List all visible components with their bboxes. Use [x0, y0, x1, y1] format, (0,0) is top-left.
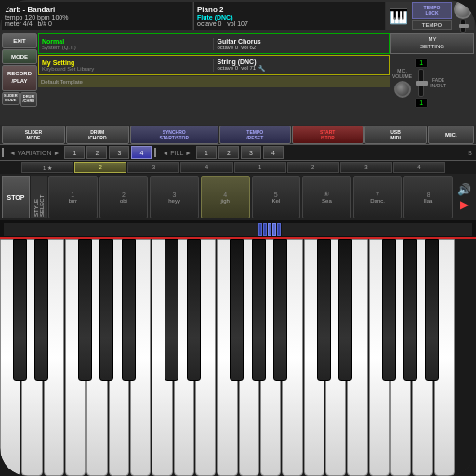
fill-btn-2[interactable]: 2 — [218, 146, 239, 159]
black-key[interactable] — [78, 239, 92, 381]
volume-area: 🔊 ▶ — [454, 176, 474, 218]
num-btn-6[interactable]: 2 — [287, 162, 339, 173]
highlight-1 — [258, 223, 262, 236]
num-btn-4[interactable]: 4 — [180, 162, 232, 173]
song-info-col: Zarb - Bandari tempo 120 bpm 100% meter … — [2, 2, 192, 30]
highlight-4 — [272, 223, 276, 236]
play-triangle-icon: ▶ — [460, 198, 469, 211]
number-row: 1 ★ 2 3 4 1 2 3 4 — [0, 161, 476, 174]
var-btn-2[interactable]: 2 — [86, 146, 107, 159]
num-btn-2[interactable]: 2 — [74, 162, 126, 173]
style-buttons: 1 brrr 2 obi 3 heyy 4 jigh 5 Kel ⑥ Sea — [48, 176, 453, 218]
mode-button[interactable]: MODE — [2, 49, 37, 64]
inst-type-normal: Guitar Chorus — [218, 38, 387, 45]
black-key[interactable] — [317, 239, 331, 381]
piano2-label: Piano 2 — [197, 6, 382, 14]
black-key[interactable] — [230, 239, 244, 381]
var-left-divider — [2, 148, 4, 157]
black-key[interactable] — [382, 239, 396, 381]
inst-name-normal: Normal — [42, 38, 211, 45]
inst-params-mysetting: octave 0 vol 71 🔧 — [218, 65, 387, 72]
record-play-button[interactable]: RECORD /PLAY — [2, 65, 37, 91]
style-btn-8[interactable]: 8 llaa — [403, 176, 453, 218]
usb-midi-button[interactable]: USB MIDI — [364, 126, 428, 144]
fade-value: 1 — [415, 98, 428, 108]
drum-chord-bottom-button[interactable]: DRUM /CHORD — [66, 126, 129, 144]
var-btn-4[interactable]: 4 — [131, 146, 152, 159]
inst-sub-mysetting: Keyboard Set Library — [42, 66, 211, 72]
synchro-button[interactable]: SYNCHRO START/STOP — [130, 126, 218, 144]
black-key[interactable] — [34, 239, 48, 381]
style-btn-4[interactable]: 4 jigh — [201, 176, 250, 218]
fill-label: ◄ FILL ► — [158, 150, 195, 156]
right-panel: MY SETTING MIC. VOLUME 1 1 FADE IN/OUT — [390, 33, 474, 123]
style-btn-7[interactable]: 7 Danc. — [353, 176, 403, 218]
piano-keys[interactable] — [0, 239, 476, 476]
num-btn-8[interactable]: 4 — [393, 162, 445, 173]
style-btn-1[interactable]: 1 brrr — [48, 176, 98, 218]
center-area: Normal System (Q.T.) Guitar Chorus octav… — [38, 33, 390, 123]
num-btn-7[interactable]: 3 — [340, 162, 392, 173]
num-btn-5[interactable]: 1 — [234, 162, 286, 173]
flute-name: Flute (DNC) — [197, 14, 382, 20]
fill-btn-3[interactable]: 3 — [241, 146, 261, 159]
tempo-button[interactable]: TEMPO — [412, 20, 452, 30]
style-btn-2[interactable]: 2 obi — [99, 176, 149, 218]
slider-mode-button[interactable]: SLIDER MODE — [2, 92, 20, 105]
mic-volume-label: MIC. VOLUME — [392, 68, 412, 79]
black-key[interactable] — [122, 239, 136, 381]
style-btn-3[interactable]: 3 heyy — [150, 176, 199, 218]
start-stop-button[interactable]: START /STOP — [292, 126, 364, 144]
piano2-col: Piano 2 Flute (DNC) octave 0 vol 107 — [193, 2, 385, 30]
black-key[interactable] — [338, 239, 352, 381]
my-setting-button[interactable]: MY SETTING — [390, 33, 474, 54]
mic-button[interactable]: MIC. — [428, 126, 474, 144]
drum-chord-button[interactable]: DRUM /CHRD — [20, 92, 37, 107]
tempo-lock-button[interactable]: TEMPO LOCK — [412, 2, 452, 19]
highlight-5 — [277, 223, 281, 236]
black-key[interactable] — [13, 239, 27, 381]
black-key[interactable] — [165, 239, 178, 381]
inst-sub-normal: System (Q.T.) — [42, 45, 211, 50]
mic-volume-knob[interactable] — [394, 81, 411, 98]
fade-label: FADE IN/OUT — [430, 77, 446, 88]
tempo-info: tempo 120 bpm 100% — [5, 14, 190, 20]
volume-icon: 🔊 — [457, 183, 471, 196]
style-select-area: STOP STYLE SELECT 1 brrr 2 obi 3 heyy 4 … — [0, 174, 476, 220]
instrument-row-normal: Normal System (Q.T.) Guitar Chorus octav… — [38, 33, 390, 54]
tempo-reset-button[interactable]: TEMPO /RESET — [219, 126, 291, 144]
num-btn-3[interactable]: 3 — [127, 162, 179, 173]
inst-name-mysetting: My Setting — [42, 60, 211, 66]
black-key[interactable] — [187, 239, 201, 381]
black-key[interactable] — [99, 239, 113, 381]
black-key[interactable] — [273, 239, 287, 381]
template-bar: Default Template — [38, 76, 390, 87]
left-buttons: EXIT MODE RECORD /PLAY SLIDER MODE DRUM … — [2, 33, 37, 123]
slider-mode-bottom-button[interactable]: SLIDER MODE — [2, 126, 65, 144]
black-key[interactable] — [252, 239, 266, 381]
fill-btn-1[interactable]: 1 — [196, 146, 217, 159]
variation-bar: ◄ VARIATION ► 1 2 3 4 ◄ FILL ► 1 2 3 4 B — [0, 144, 476, 161]
exit-button[interactable]: EXIT — [2, 33, 37, 48]
header-top: Zarb - Bandari tempo 120 bpm 100% meter … — [0, 0, 476, 32]
tempo-knob[interactable] — [454, 0, 472, 19]
tempo-lock-section: TEMPO LOCK TEMPO — [412, 2, 452, 30]
fill-btn-4[interactable]: 4 — [263, 146, 284, 159]
num-btn-1[interactable]: 1 ★ — [21, 162, 73, 173]
stop-button[interactable]: STOP — [2, 176, 30, 218]
style-select-label: STYLE SELECT — [31, 176, 47, 218]
black-key[interactable] — [403, 239, 417, 381]
var-btn-3[interactable]: 3 — [109, 146, 129, 159]
highlight-2 — [263, 223, 267, 236]
flute-params: octave 0 vol 107 — [197, 20, 382, 27]
key-highlight-bar — [0, 220, 476, 239]
instrument-row-mysetting: My Setting Keyboard Set Library String (… — [38, 55, 390, 75]
mic-volume-value: 1 — [415, 58, 428, 68]
main-control-area: EXIT MODE RECORD /PLAY SLIDER MODE DRUM … — [0, 32, 476, 125]
song-name: Zarb - Bandari — [5, 6, 190, 14]
style-btn-5[interactable]: 5 Kel — [252, 176, 301, 218]
var-btn-1[interactable]: 1 — [64, 146, 85, 159]
b-label: B — [468, 150, 476, 156]
black-key[interactable] — [425, 239, 439, 381]
style-btn-6[interactable]: ⑥ Sea — [302, 176, 351, 218]
